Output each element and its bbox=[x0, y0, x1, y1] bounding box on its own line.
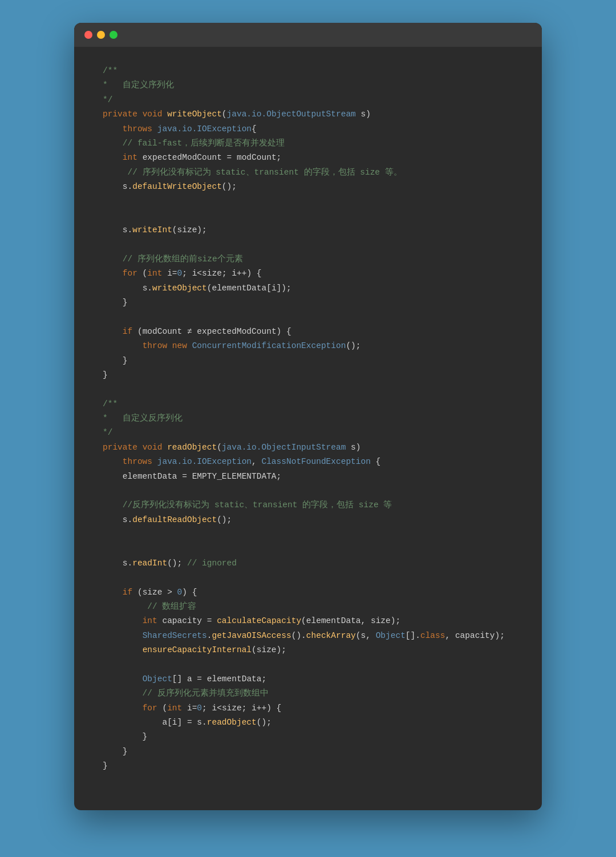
blank-line bbox=[103, 541, 513, 556]
blank-line bbox=[103, 194, 513, 208]
blank-line bbox=[103, 310, 513, 324]
blank-line bbox=[103, 238, 513, 252]
blank-line bbox=[103, 484, 513, 498]
code-line: SharedSecrets.getJavaOISAccess().checkAr… bbox=[103, 629, 513, 643]
blank-line bbox=[103, 571, 513, 585]
code-line: } bbox=[103, 759, 513, 773]
javadoc-line: /** bbox=[103, 397, 513, 411]
javadoc-line: */ bbox=[103, 426, 513, 440]
code-line: int expectedModCount = modCount; bbox=[103, 151, 513, 165]
code-line: int capacity = calculateCapacity(element… bbox=[103, 614, 513, 628]
blank-line bbox=[103, 382, 513, 397]
close-button[interactable] bbox=[84, 31, 92, 39]
blank-line bbox=[103, 657, 513, 672]
code-line: throws java.io.IOException{ bbox=[103, 122, 513, 136]
code-line: elementData = EMPTY_ELEMENTDATA; bbox=[103, 470, 513, 484]
javadoc-line: * 自定义反序列化 bbox=[103, 411, 513, 426]
code-line: } bbox=[103, 368, 513, 382]
code-line: s.writeObject(elementData[i]); bbox=[103, 281, 513, 296]
code-line: Object[] a = elementData; bbox=[103, 672, 513, 686]
javadoc-line: * 自定义序列化 bbox=[103, 78, 513, 92]
comment-line: // 数组扩容 bbox=[103, 600, 513, 614]
code-line: throw new ConcurrentModificationExceptio… bbox=[103, 339, 513, 353]
code-line: } bbox=[103, 354, 513, 368]
blank-line bbox=[103, 209, 513, 223]
code-line: } bbox=[103, 730, 513, 744]
code-line: s.readInt(); // ignored bbox=[103, 556, 513, 571]
code-line: if (size > 0) { bbox=[103, 585, 513, 600]
code-line: s.defaultWriteObject(); bbox=[103, 180, 513, 194]
javadoc-line: */ bbox=[103, 93, 513, 107]
code-line: if (modCount ≠ expectedModCount) { bbox=[103, 325, 513, 339]
code-window: /** * 自定义序列化 */ private void writeObject… bbox=[74, 23, 542, 810]
code-line: ensureCapacityInternal(size); bbox=[103, 643, 513, 657]
code-line: private void writeObject(java.io.ObjectO… bbox=[103, 107, 513, 122]
code-line: } bbox=[103, 745, 513, 759]
code-line: } bbox=[103, 296, 513, 310]
comment-line: // 序列化没有标记为 static、transient 的字段，包括 size… bbox=[103, 165, 513, 180]
code-editor: /** * 自定义序列化 */ private void writeObject… bbox=[74, 47, 542, 790]
comment-line: //反序列化没有标记为 static、transient 的字段，包括 size… bbox=[103, 498, 513, 512]
title-bar bbox=[74, 23, 542, 47]
code-line: a[i] = s.readObject(); bbox=[103, 715, 513, 730]
comment-line: // fail-fast，后续判断是否有并发处理 bbox=[103, 136, 513, 151]
code-line: for (int i=0; i<size; i++) { bbox=[103, 266, 513, 281]
code-line: s.defaultReadObject(); bbox=[103, 513, 513, 527]
code-line: s.writeInt(size); bbox=[103, 223, 513, 237]
minimize-button[interactable] bbox=[97, 31, 105, 39]
code-line: private void readObject(java.io.ObjectIn… bbox=[103, 440, 513, 455]
maximize-button[interactable] bbox=[110, 31, 117, 39]
code-line: for (int i=0; i<size; i++) { bbox=[103, 701, 513, 715]
comment-line: // 反序列化元素并填充到数组中 bbox=[103, 686, 513, 701]
javadoc-line: /** bbox=[103, 64, 513, 78]
code-line: throws java.io.IOException, ClassNotFoun… bbox=[103, 455, 513, 469]
blank-line bbox=[103, 527, 513, 541]
comment-line: // 序列化数组的前size个元素 bbox=[103, 252, 513, 266]
